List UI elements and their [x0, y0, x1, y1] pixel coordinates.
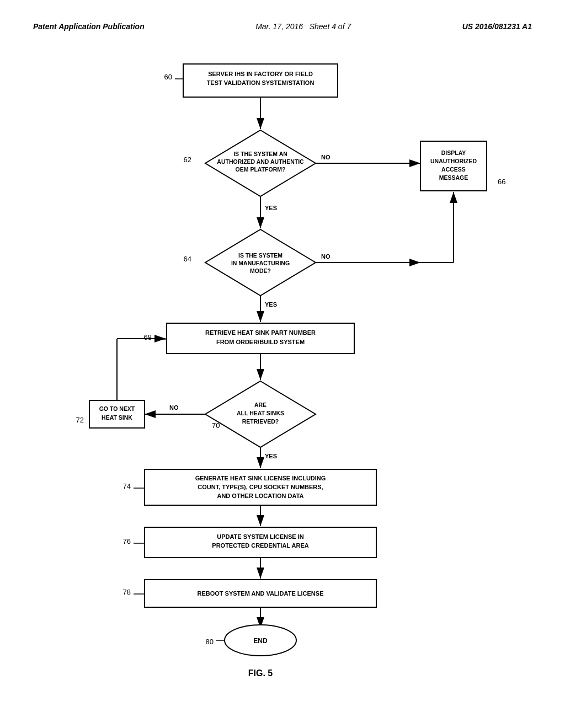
node-66-text1: DISPLAY — [441, 149, 466, 156]
fig-label: FIG. 5 — [248, 668, 273, 678]
page-header: Patent Application Publication Mar. 17, … — [33, 22, 532, 31]
node-66-text4: MESSAGE — [439, 174, 468, 181]
node-62-text1: IS THE SYSTEM AN — [233, 151, 287, 157]
label-76: 76 — [123, 537, 131, 545]
node-70-text1: ARE — [254, 402, 266, 408]
node-64-text2: IN MANUFACTURING — [231, 260, 290, 266]
node-78-text: REBOOT SYSTEM AND VALIDATE LICENSE — [198, 590, 324, 597]
node-76-text2: PROTECTED CREDENTIAL AREA — [212, 542, 308, 549]
label-70-no: NO — [169, 404, 179, 411]
header-date: Mar. 17, 2016 — [255, 22, 303, 31]
node-62-text2: AUTHORIZED AND AUTHENTIC — [217, 158, 304, 165]
node-70-text3: RETRIEVED? — [242, 418, 279, 425]
node-70-text2: ALL HEAT SINKS — [237, 410, 284, 416]
label-62-yes: YES — [265, 205, 277, 211]
node-60-text2: TEST VALIDATION SYSTEM/STATION — [207, 79, 315, 86]
label-62: 62 — [184, 156, 191, 164]
label-64-no: NO — [321, 253, 331, 260]
node-68-text1: RETRIEVE HEAT SINK PART NUMBER — [205, 329, 316, 336]
label-64: 64 — [184, 255, 191, 263]
node-62-text3: OEM PLATFORM? — [236, 166, 286, 173]
label-60: 60 — [164, 73, 172, 81]
node-72-text1: GO TO NEXT — [99, 405, 135, 412]
flowchart-diagram: SERVER IHS IN FACTORY OR FIELD TEST VALI… — [34, 47, 531, 709]
node-74-text2: COUNT, TYPE(S), CPU SOCKET NUMBERS, — [198, 484, 323, 490]
label-80: 80 — [206, 638, 214, 646]
label-70-yes: YES — [265, 453, 277, 459]
label-70: 70 — [212, 421, 220, 430]
header-center: Mar. 17, 2016 Sheet 4 of 7 — [255, 22, 351, 31]
node-76-text1: UPDATE SYSTEM LICENSE IN — [217, 533, 304, 540]
header-patent: US 2016/081231 A1 — [462, 22, 532, 31]
header-sheet: Sheet 4 of 7 — [310, 22, 351, 31]
node-80-text: END — [253, 637, 268, 645]
label-64-yes: YES — [265, 301, 277, 308]
label-62-no: NO — [321, 154, 331, 160]
node-66-text3: ACCESS — [441, 166, 466, 173]
node-68-text2: FROM ORDER/BUILD SYSTEM — [216, 339, 305, 345]
node-60-text: SERVER IHS IN FACTORY OR FIELD — [208, 71, 313, 77]
label-78: 78 — [123, 588, 131, 596]
label-74: 74 — [123, 482, 131, 490]
node-64-text1: IS THE SYSTEM — [238, 252, 282, 259]
label-72: 72 — [76, 416, 84, 424]
node-66-text2: UNAUTHORIZED — [430, 158, 477, 164]
label-66: 66 — [498, 178, 505, 186]
label-68: 68 — [144, 333, 152, 341]
node-74-text1: GENERATE HEAT SINK LICENSE INCLUDING — [195, 475, 326, 481]
node-64-text3: MODE? — [250, 267, 271, 274]
node-74-text3: AND OTHER LOCATION DATA — [217, 493, 303, 499]
node-72-text2: HEAT SINK — [102, 414, 132, 421]
header-title: Patent Application Publication — [33, 22, 145, 31]
page: Patent Application Publication Mar. 17, … — [0, 0, 565, 728]
